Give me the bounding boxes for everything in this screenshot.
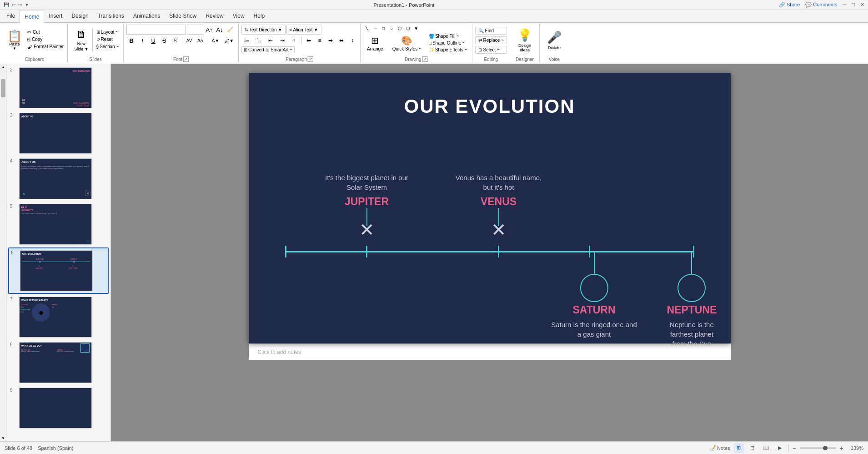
scroll-thumb[interactable] xyxy=(1,79,5,97)
shape-effects-button[interactable]: ✨Shape Effects ~ xyxy=(427,47,469,53)
change-case-button[interactable]: Aa xyxy=(195,36,205,45)
editing-group: 🔍Find ⇄Replace ~ ⊡Select ~ Editing xyxy=(472,24,510,63)
line-spacing-button[interactable]: ↕ xyxy=(347,36,357,45)
neptune-circle-marker xyxy=(677,274,706,302)
font-group: 36 A↑ A↓ 🧹 B I U S S AV Aa A▼ 🖊▼ Font ↗ xyxy=(124,24,239,63)
dictate-button[interactable]: 🎤 Dictate xyxy=(542,29,566,52)
font-label: Font ↗ xyxy=(173,56,189,62)
align-left-button[interactable]: ⬅ xyxy=(304,36,314,45)
reset-button[interactable]: ↺Reset xyxy=(95,36,121,42)
slide-thumb-6[interactable]: 6 OUR EVOLUTION JUPITER ✕ xyxy=(8,247,109,294)
slide-thumb-8[interactable]: 8 WHAT DO WE DO? MERCURY Mercury is the … xyxy=(8,340,109,385)
notes-button[interactable]: 📝 Notes xyxy=(710,445,730,451)
saturn-item: SATURN Saturn is the ringed one and a ga… xyxy=(549,251,640,339)
justify-button[interactable]: ⬌ xyxy=(336,36,346,45)
hexagon-shape[interactable]: ⬡ xyxy=(404,25,411,32)
normal-view-button[interactable]: ⊞ xyxy=(734,443,744,453)
ellipse-shape[interactable]: ○ xyxy=(388,25,395,32)
shape-outline-button[interactable]: □Shape Outline ~ xyxy=(427,40,469,46)
jupiter-description: It's the biggest planet in our Solar Sys… xyxy=(325,174,408,191)
layout-button[interactable]: ⊞Layout ~ xyxy=(95,29,121,35)
notes-placeholder: Click to add notes xyxy=(258,349,301,355)
quick-styles-button[interactable]: 🎨 Quick Styles ~ xyxy=(389,34,425,52)
tab-help[interactable]: Help xyxy=(249,10,270,22)
tab-slideshow[interactable]: Slide Show xyxy=(165,10,201,22)
shadow-button[interactable]: S xyxy=(170,36,180,45)
neptune-connector xyxy=(691,251,692,274)
slide-thumb-5[interactable]: 5 OURAGENCY 01 You could enter a subtitl… xyxy=(8,202,109,247)
select-button[interactable]: ⊡Select ~ xyxy=(475,46,507,54)
strikethrough-button[interactable]: S xyxy=(159,36,169,45)
reading-view-button[interactable]: 📖 xyxy=(761,443,771,453)
pentagon-shape[interactable]: ⬠ xyxy=(396,25,403,32)
slide-thumb-2[interactable]: 2 OUR SERVICES 03 04 OUR CLIENTS OUR TEA… xyxy=(8,66,109,110)
design-ideas-button[interactable]: 💡 DesignIdeas xyxy=(513,26,537,54)
char-spacing-button[interactable]: AV xyxy=(184,36,194,45)
slide-thumb-9[interactable]: 9 xyxy=(8,386,109,430)
columns-button[interactable]: ⫶ xyxy=(289,36,300,45)
zoom-level[interactable]: 139% xyxy=(847,445,863,451)
font-color-button[interactable]: A▼ xyxy=(209,36,222,45)
tab-view[interactable]: View xyxy=(228,10,249,22)
slide-thumb-4[interactable]: 4 ABOUT US It could be the part of the p… xyxy=(8,156,109,201)
font-family-input[interactable] xyxy=(126,25,186,35)
line-shape[interactable]: ╲ xyxy=(363,25,371,32)
increase-font-button[interactable]: A↑ xyxy=(205,25,214,35)
tab-file[interactable]: File xyxy=(2,10,20,22)
scroll-down-arrow[interactable]: ▼ xyxy=(0,435,6,441)
share-button[interactable]: 🔗 Share xyxy=(779,2,800,8)
indent-increase-button[interactable]: ⇥ xyxy=(277,36,288,45)
rect-shape[interactable]: □ xyxy=(380,25,387,32)
italic-button[interactable]: I xyxy=(137,36,147,45)
zoom-out-button[interactable]: − xyxy=(793,444,796,452)
tab-insert[interactable]: Insert xyxy=(44,10,67,22)
slide-thumb-7[interactable]: 7 WHAT SETS US APART? VENUS text NEPTUNE… xyxy=(8,295,109,339)
slide4-delete[interactable]: ✕ xyxy=(85,191,90,196)
tab-transitions[interactable]: Transitions xyxy=(93,10,129,22)
bold-button[interactable]: B xyxy=(126,36,136,45)
tick-jupiter xyxy=(366,246,367,257)
underline-button[interactable]: U xyxy=(148,36,158,45)
format-painter-button[interactable]: 🖌 Format Painter xyxy=(25,44,65,50)
designer-group: 💡 DesignIdeas Designer xyxy=(510,24,540,63)
zoom-in-button[interactable]: + xyxy=(840,444,843,452)
align-center-button[interactable]: ≡ xyxy=(315,36,325,45)
more-shapes[interactable]: ▼ xyxy=(412,25,420,32)
cut-button[interactable]: ✂ Cut xyxy=(25,29,65,35)
clear-format-button[interactable]: 🧹 xyxy=(226,25,235,35)
tab-design[interactable]: Design xyxy=(67,10,93,22)
comments-button[interactable]: 💬 Comments xyxy=(805,2,837,8)
align-right-button[interactable]: ➡ xyxy=(326,36,336,45)
arrange-button[interactable]: ⊞ Arrange xyxy=(363,34,387,52)
font-size-input[interactable]: 36 xyxy=(187,25,203,35)
replace-button[interactable]: ⇄Replace ~ xyxy=(475,36,507,44)
tab-home[interactable]: Home xyxy=(20,10,44,23)
paste-button[interactable]: 📋 Paste ▼ xyxy=(4,25,25,55)
panel-scrollbar[interactable]: ▲ ▼ xyxy=(0,64,6,441)
new-slide-button[interactable]: 🗎 New Slide ▼ xyxy=(70,28,92,52)
convert-smartart-button[interactable]: ⊞Convert to SmartArt ~ xyxy=(241,46,295,53)
notes-bar[interactable]: Click to add notes xyxy=(249,343,731,360)
slide-thumb-3[interactable]: 3 ABOUT US xyxy=(8,111,109,156)
zoom-slider[interactable] xyxy=(800,447,836,449)
tab-review[interactable]: Review xyxy=(201,10,228,22)
section-button[interactable]: §Section ~ xyxy=(95,44,121,50)
numbering-button[interactable]: 1. xyxy=(253,36,264,45)
scroll-up-arrow[interactable]: ▲ xyxy=(0,64,6,70)
indent-decrease-button[interactable]: ⇤ xyxy=(265,36,276,45)
copy-button[interactable]: ⎘ Copy xyxy=(25,36,65,43)
venus-cross-marker: ✕ xyxy=(491,224,507,235)
zoom-thumb[interactable] xyxy=(823,446,828,450)
decrease-font-button[interactable]: A↓ xyxy=(215,25,224,35)
bullets-button[interactable]: ≔ xyxy=(241,36,252,45)
slideshow-button[interactable]: ▶ xyxy=(775,443,785,453)
shape-fill-button[interactable]: 🪣Shape Fill ~ xyxy=(427,33,469,39)
slide-sorter-button[interactable]: ⊟ xyxy=(748,443,758,453)
highlight-button[interactable]: 🖊▼ xyxy=(223,36,236,45)
find-button[interactable]: 🔍Find xyxy=(475,27,507,35)
jupiter-cross-marker: ✕ xyxy=(359,224,375,235)
align-text-button[interactable]: ≡Align Text▼ xyxy=(286,25,321,35)
text-direction-button[interactable]: ⇅Text Direction▼ xyxy=(241,25,285,35)
arrow-shape[interactable]: → xyxy=(371,25,379,32)
tab-animations[interactable]: Animations xyxy=(129,10,165,22)
